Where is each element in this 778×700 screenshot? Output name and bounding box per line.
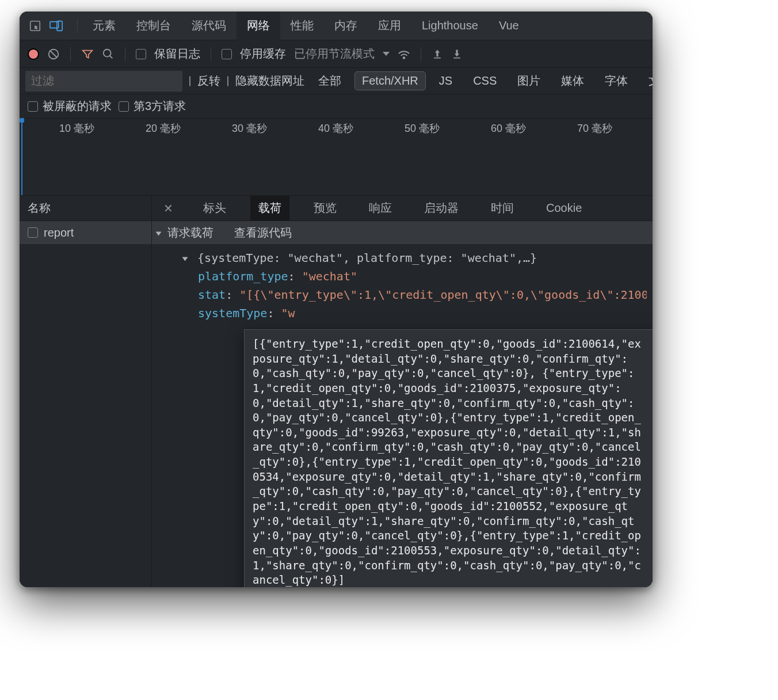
request-name: report xyxy=(44,226,74,239)
detail-tab-preview[interactable]: 预览 xyxy=(306,196,345,220)
filter-icon[interactable] xyxy=(81,48,94,60)
third-party-checkbox[interactable] xyxy=(119,101,129,112)
main-tab-sources[interactable]: 源代码 xyxy=(181,12,237,40)
svg-point-5 xyxy=(403,57,405,59)
record-button[interactable] xyxy=(28,48,39,60)
invert-checkbox[interactable] xyxy=(189,76,190,86)
payload-section-title: 请求载荷 xyxy=(167,226,213,239)
filter-row-2: 被屏蔽的请求 第3方请求 xyxy=(20,94,653,119)
svg-rect-2 xyxy=(57,21,62,31)
device-toolbar-icon[interactable] xyxy=(49,20,63,32)
filter-input[interactable] xyxy=(25,71,182,92)
payload-value[interactable]: "[{\"entry_type\":1,\"credit_open_qty\":… xyxy=(239,288,647,302)
timeline-tick: 30 毫秒 xyxy=(192,121,279,135)
payload-key: platform_type xyxy=(198,269,288,283)
detail-tab-payload[interactable]: 载荷 xyxy=(250,196,289,220)
throttling-status[interactable]: 已停用节流模式 xyxy=(294,46,375,62)
request-row[interactable]: report xyxy=(20,221,151,244)
download-har-icon[interactable] xyxy=(451,48,463,60)
timeline-tick: 10 毫秒 xyxy=(20,121,106,135)
main-tabs: 元素 控制台 源代码 网络 性能 内存 应用 Lighthouse Vue xyxy=(20,12,653,40)
timeline-tick: 50 毫秒 xyxy=(365,121,451,135)
detail-tabs: ✕ 标头 载荷 预览 响应 启动器 时间 Cookie xyxy=(152,196,653,221)
disable-cache-checkbox[interactable] xyxy=(222,49,232,59)
third-party-label: 第3方请求 xyxy=(134,98,186,114)
name-column-header[interactable]: 名称 xyxy=(20,196,151,221)
inspect-icon[interactable] xyxy=(29,20,41,32)
payload-value: "wechat" xyxy=(302,269,357,283)
network-toolbar: 保留日志 停用缓存 已停用节流模式 xyxy=(20,40,653,68)
filter-type-media[interactable]: 媒体 xyxy=(554,71,591,91)
filter-type-all[interactable]: 全部 xyxy=(311,71,348,91)
payload-section-header[interactable]: 请求载荷 查看源代码 xyxy=(152,221,653,244)
view-source-link[interactable]: 查看源代码 xyxy=(234,225,292,241)
close-detail-icon[interactable]: ✕ xyxy=(158,201,179,215)
timeline-tick: 60 毫秒 xyxy=(451,121,537,135)
timeline-tick: 20 毫秒 xyxy=(106,121,192,135)
expand-icon[interactable] xyxy=(156,231,162,235)
hide-data-urls-label: 隐藏数据网址 xyxy=(235,73,304,89)
upload-har-icon[interactable] xyxy=(432,48,443,60)
blocked-requests-checkbox[interactable] xyxy=(28,101,38,112)
hide-data-urls-checkbox[interactable] xyxy=(227,76,228,86)
blocked-requests-label: 被屏蔽的请求 xyxy=(43,98,112,114)
disable-cache-label: 停用缓存 xyxy=(240,46,286,62)
main-tab-application[interactable]: 应用 xyxy=(368,12,411,40)
detail-tab-timing[interactable]: 时间 xyxy=(483,196,522,220)
divider xyxy=(421,47,421,61)
network-conditions-icon[interactable] xyxy=(398,49,410,59)
filter-type-font[interactable]: 字体 xyxy=(598,71,635,91)
payload-key: systemType xyxy=(198,306,267,320)
request-row-checkbox[interactable] xyxy=(28,227,38,238)
main-tab-network[interactable]: 网络 xyxy=(237,12,280,40)
divider xyxy=(77,19,78,33)
filter-type-img[interactable]: 图片 xyxy=(510,71,547,91)
detail-tab-response[interactable]: 响应 xyxy=(361,196,400,220)
detail-tab-initiator[interactable]: 启动器 xyxy=(416,196,467,220)
invert-label: 反转 xyxy=(197,73,220,89)
main-tab-memory[interactable]: 内存 xyxy=(324,12,368,40)
main-tab-performance[interactable]: 性能 xyxy=(280,12,324,40)
expand-icon[interactable] xyxy=(182,257,188,261)
main-tab-vue[interactable]: Vue xyxy=(489,12,529,39)
svg-rect-6 xyxy=(434,57,441,58)
timeline-tick: 70 毫秒 xyxy=(537,121,624,135)
detail-tab-cookies[interactable]: Cookie xyxy=(538,197,590,219)
main-tab-elements[interactable]: 元素 xyxy=(82,12,126,40)
payload-key: stat xyxy=(198,288,226,302)
name-column: 名称 report xyxy=(20,196,152,587)
search-icon[interactable] xyxy=(102,48,115,60)
filter-type-fetch-xhr[interactable]: Fetch/XHR xyxy=(355,72,425,90)
value-tooltip: [{"entry_type":1,"credit_open_qty":0,"go… xyxy=(244,329,653,587)
divider xyxy=(125,47,125,61)
divider xyxy=(211,47,211,61)
svg-rect-7 xyxy=(453,57,460,58)
timeline-tick: 40 毫秒 xyxy=(279,121,365,135)
timeline[interactable]: 10 毫秒 20 毫秒 30 毫秒 40 毫秒 50 毫秒 60 毫秒 70 毫… xyxy=(20,119,653,196)
filter-type-js[interactable]: JS xyxy=(432,72,459,90)
timeline-needle[interactable] xyxy=(21,119,22,195)
filter-bar: 反转 隐藏数据网址 全部 Fetch/XHR JS CSS 图片 媒体 字体 文… xyxy=(20,68,653,94)
throttling-dropdown-icon[interactable] xyxy=(383,52,390,56)
payload-body: {systemType: "wechat", platform_type: "w… xyxy=(152,244,653,322)
main-tab-console[interactable]: 控制台 xyxy=(126,12,181,40)
payload-value-partial: "w xyxy=(281,306,295,320)
divider xyxy=(70,47,71,61)
payload-root[interactable]: {systemType: "wechat", platform_type: "w… xyxy=(197,251,537,265)
clear-icon[interactable] xyxy=(47,48,60,60)
filter-type-css[interactable]: CSS xyxy=(466,72,504,90)
preserve-log-checkbox[interactable] xyxy=(136,49,146,59)
detail-tab-headers[interactable]: 标头 xyxy=(195,196,234,220)
preserve-log-label: 保留日志 xyxy=(154,46,200,62)
main-tab-lighthouse[interactable]: Lighthouse xyxy=(411,12,489,39)
filter-type-doc[interactable]: 文档 xyxy=(642,71,653,91)
svg-point-4 xyxy=(104,49,111,56)
